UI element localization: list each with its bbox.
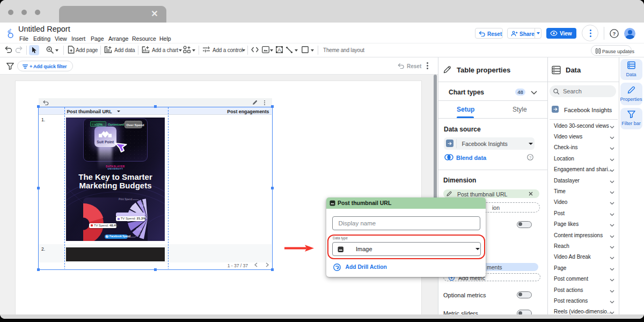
- svg-text:?: ?: [529, 155, 531, 160]
- svg-text:A: A: [277, 47, 281, 53]
- svg-text:?: ?: [613, 31, 616, 36]
